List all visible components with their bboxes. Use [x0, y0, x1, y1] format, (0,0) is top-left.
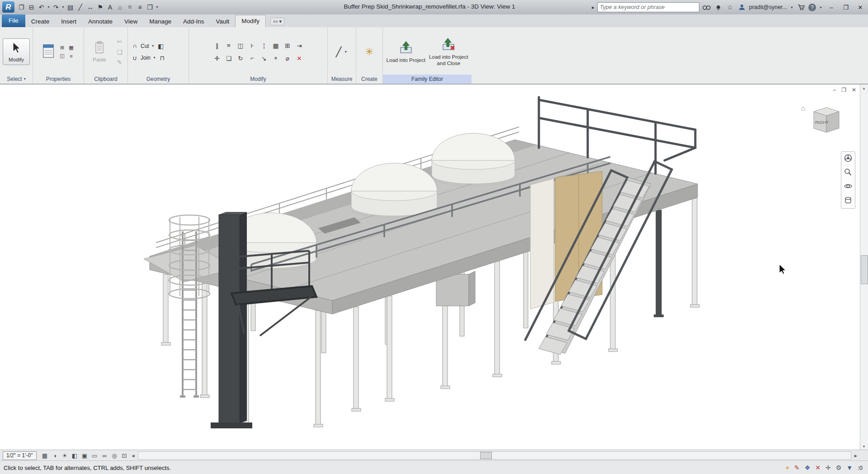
previous-view-icon[interactable]: [844, 196, 853, 206]
cope-icon[interactable]: ⊓: [158, 53, 166, 62]
user-avatar[interactable]: [737, 2, 746, 13]
copy-to-clipboard-icon[interactable]: ❑: [114, 47, 125, 56]
viewcube[interactable]: ⌂ RIGHT: [798, 101, 848, 144]
editing-requests-icon[interactable]: ✎: [794, 464, 800, 471]
extend-icon[interactable]: ⊦: [247, 41, 258, 50]
align-icon[interactable]: ∥: [212, 41, 222, 50]
properties-palette-icon[interactable]: [41, 43, 56, 61]
move-icon[interactable]: ✛: [212, 53, 222, 63]
load-into-project-button[interactable]: Load into Project: [386, 40, 426, 63]
scroll-up-arrow[interactable]: ▲: [860, 84, 868, 92]
active-workset-icon[interactable]: ⌖: [786, 464, 789, 472]
shadows-button[interactable]: ◧: [70, 451, 80, 460]
thin-lines-button[interactable]: ≡: [135, 2, 145, 13]
worksharing-display-button[interactable]: ⊡: [120, 451, 129, 460]
temporary-hide-isolate-button[interactable]: ∞: [100, 451, 109, 460]
minimize-button[interactable]: –: [826, 2, 837, 12]
selection-filter-icon[interactable]: ▼: [846, 464, 853, 471]
print-button[interactable]: ▤: [66, 2, 75, 13]
scroll-left-arrow[interactable]: ◄: [129, 451, 137, 460]
horizontal-scrollbar[interactable]: [138, 451, 851, 460]
notifications-bell-icon[interactable]: [714, 2, 723, 13]
reveal-hidden-elements-button[interactable]: ◎: [110, 451, 119, 460]
crop-view-button[interactable]: ▣: [80, 451, 90, 460]
tag-button[interactable]: ⚑: [95, 2, 105, 13]
horizontal-scroll-thumb[interactable]: [480, 452, 492, 459]
rotate-icon[interactable]: ↻: [236, 53, 246, 63]
revit-logo[interactable]: R: [2, 1, 14, 13]
user-dropdown[interactable]: ▾: [790, 2, 794, 13]
load-into-project-and-close-button[interactable]: Load into Project and Close: [429, 37, 469, 66]
text-button[interactable]: A: [105, 2, 115, 13]
search-expand-icon[interactable]: ▸: [592, 5, 594, 10]
undo-dropdown[interactable]: ▾: [47, 2, 51, 13]
view-minimize-button[interactable]: –: [833, 87, 836, 93]
delete-icon[interactable]: ✕: [294, 53, 305, 63]
group-icon[interactable]: ⊞: [283, 41, 293, 50]
view-scale-button[interactable]: 1/2" = 1'-0": [3, 451, 37, 460]
redo-dropdown[interactable]: ▾: [61, 2, 65, 13]
cut-to-clipboard-icon[interactable]: ✂: [114, 37, 125, 46]
background-processes-icon[interactable]: ⚙: [836, 464, 842, 471]
press-drag-toggle[interactable]: ✛: [826, 464, 831, 471]
ribbon-display-toggle[interactable]: ▭ ▾: [270, 18, 284, 25]
tab-vault[interactable]: Vault: [210, 16, 235, 27]
view-restore-button[interactable]: ❐: [841, 87, 846, 93]
scale-icon[interactable]: ↘: [259, 53, 269, 63]
tab-insert[interactable]: Insert: [55, 16, 82, 27]
wall-join-icon[interactable]: ⇥: [294, 41, 305, 50]
viewcube-face-label[interactable]: RIGHT: [815, 120, 829, 125]
measure-dropdown[interactable]: ▾: [344, 47, 348, 57]
modify-tool-button[interactable]: Modify: [3, 38, 30, 65]
tab-file[interactable]: File: [2, 14, 25, 27]
detail-level-button[interactable]: ▦: [40, 451, 50, 460]
qat-customize-button[interactable]: ▾: [155, 2, 159, 13]
undo-button[interactable]: ↶: [37, 2, 46, 13]
aligned-dimension-button[interactable]: ↔: [85, 2, 95, 13]
vertical-scroll-thumb[interactable]: [861, 255, 868, 284]
show-crop-region-button[interactable]: ▭: [90, 451, 99, 460]
unpin-icon[interactable]: ⌀: [283, 53, 293, 63]
steering-wheel-icon[interactable]: [844, 154, 853, 164]
join-geometry-dropdown[interactable]: ▾: [152, 52, 156, 63]
favorites-star-icon[interactable]: ☆: [726, 2, 735, 13]
tab-view[interactable]: View: [118, 16, 143, 27]
match-type-icon[interactable]: ✎: [114, 57, 125, 67]
visual-style-button[interactable]: ◑: [50, 451, 60, 460]
pin-icon[interactable]: ⌖: [271, 53, 281, 63]
scroll-down-arrow[interactable]: ▼: [860, 443, 868, 450]
measure-tool-icon[interactable]: ╱: [336, 47, 342, 57]
help-dropdown[interactable]: ▾: [819, 2, 823, 13]
cut-geometry-button[interactable]: ∩ Cut ▾ ◧: [131, 41, 165, 52]
switch-windows-button[interactable]: ❒: [145, 2, 155, 13]
signed-in-user[interactable]: pradit@syner...: [749, 4, 787, 10]
save-button[interactable]: ⊟: [27, 2, 36, 13]
paint-icon[interactable]: ◧: [157, 41, 165, 51]
app-store-cart-icon[interactable]: [797, 2, 806, 13]
scroll-right-arrow[interactable]: ►: [852, 451, 860, 460]
tab-add-ins[interactable]: Add-Ins: [177, 16, 210, 27]
family-category-icon[interactable]: ▦: [67, 44, 75, 52]
close-button[interactable]: ✕: [854, 2, 866, 12]
cut-geometry-dropdown[interactable]: ▾: [151, 41, 155, 52]
orbit-icon[interactable]: [844, 182, 853, 192]
paste-button[interactable]: Paste: [87, 41, 112, 63]
vertical-scrollbar[interactable]: ▲ ▼: [860, 84, 868, 450]
join-geometry-button[interactable]: ∪ Join ▾ ⊓: [131, 52, 166, 63]
model-3d-view[interactable]: [0, 84, 860, 450]
tab-manage[interactable]: Manage: [143, 16, 177, 27]
split-icon[interactable]: ¦: [259, 41, 269, 50]
section-button[interactable]: ⌗: [125, 2, 135, 13]
exclude-options-toggle[interactable]: ✕: [815, 464, 821, 471]
offset-icon[interactable]: ≡: [224, 41, 234, 50]
help-button[interactable]: ?: [808, 4, 816, 11]
restore-button[interactable]: ❐: [840, 2, 852, 12]
search-binoculars-icon[interactable]: [702, 2, 711, 13]
tab-modify[interactable]: Modify: [235, 15, 266, 27]
search-input[interactable]: [597, 2, 699, 12]
view-close-button[interactable]: ✕: [852, 87, 856, 93]
mirror-icon[interactable]: ◫: [236, 41, 246, 50]
connectors-icon[interactable]: ≡: [67, 52, 75, 60]
tab-annotate[interactable]: Annotate: [82, 16, 118, 27]
create-component-icon[interactable]: ✳: [365, 46, 373, 58]
